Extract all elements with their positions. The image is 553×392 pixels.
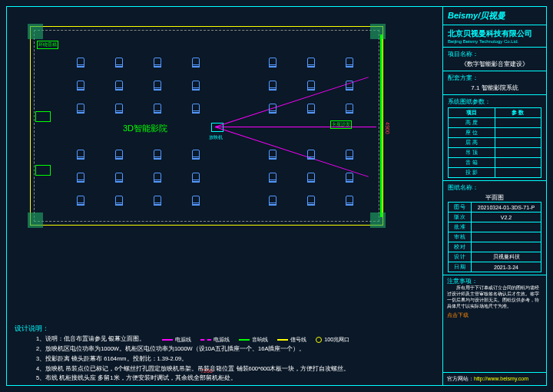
company-name-cn: 北京贝视曼科技有限公司 [448,28,541,39]
floor-plan: 放映机 环绕音箱 卡座沙发 3D智能影院 rows:6 cols:7 [30,26,383,226]
notice-label: 注意事项： [447,278,542,285]
company-name-en: Beijing Beismy Technology Co.Ltd. [448,39,541,44]
seat-icon [269,173,276,182]
note-line: 3、投影距离 镜头距幕布 6164mm。投射比：1.39-2.09。 [15,354,435,364]
seat-icon [77,196,84,205]
logo: Beismy/贝视曼 [448,10,541,21]
seat-icon [307,104,315,113]
room-label: 3D智能影院 [123,123,167,134]
note-line: 4、放映机 吊装点位已标记，6个螺丝打孔固定放映机吊架。吊装音箱位置 铺装600… [15,364,435,374]
seat-icon [77,58,84,67]
notice-text: 所有用于下订单或订立合同的图纸均需经过设计师及主管审核签名确认后才生效。签字一切… [447,285,542,309]
params-table: 项目参 数 高 度 座 位 层 高 吊 顶 音 箱 投 影 [448,107,541,178]
project-title-value: 《数字智能影音室建设》 [448,60,541,68]
footer: 官方网站：http://www.beismy.com [443,372,546,385]
seat-icon [346,196,353,205]
seat-icon [154,150,161,159]
seat-icon [115,104,123,113]
seat-icon [192,81,200,90]
seat-icon [269,58,276,67]
seat-icon [192,196,200,205]
seat-icon [269,196,276,205]
seat-icon [77,104,84,113]
projector-label: 放映机 [209,134,223,141]
scheme-label: 配套方案： [448,74,541,82]
params-label: 系统图纸参数： [448,97,541,106]
seat-icon [192,173,200,182]
download-link[interactable]: 点击下载 [447,311,469,318]
scheme-value: 7.1 智能影院系统 [448,84,541,92]
seat-icon [77,81,84,90]
seat-icon [307,81,315,90]
seat-icon [269,104,276,113]
seat-icon [307,58,315,67]
seat-icon [192,150,200,159]
seat-icon [154,104,161,113]
note-line: 1、说明：低音布置请参见 银幕立面图。 [36,335,145,342]
screen-wall [380,35,382,217]
seat-icon [154,58,161,67]
seat-icon [346,81,353,90]
seat-icon [115,173,123,182]
seat-icon [269,150,276,159]
drawing-frame: 放映机 环绕音箱 卡座沙发 3D智能影院 rows:6 cols:7 7200 … [6,6,547,386]
title-block: Beismy/贝视曼 北京贝视曼科技有限公司 Beijing Beismy Te… [442,7,546,385]
website-link[interactable]: http://www.beismy.com [474,376,528,381]
info-table: 图 号20210324-01-3DS-71-P 版 次V2.2 批 准 审 核 … [448,202,541,272]
seat-icon [307,196,315,205]
equipment-icon [35,165,51,176]
tag-surround: 环绕音箱 [37,41,58,49]
seat-icon [346,150,353,159]
seat-icon [346,58,353,67]
project-title-label: 项目名称： [448,50,541,58]
seat-icon [346,173,353,182]
seat-icon [154,81,161,90]
seat-icon [307,173,315,182]
note-line: 2、放映机区电位功率为1000W。机柜区电位功率为1000W（设10A五孔插座一… [15,344,435,354]
equipment-icon [35,111,51,122]
seat-icon [77,150,84,159]
seat-icon [192,58,200,67]
drawname-value: 平面图 [448,193,541,202]
seat-icon [269,81,276,90]
seat-icon [115,81,123,90]
seat-icon [307,150,315,159]
dimension-height: 4900 [385,122,390,134]
column-icon [28,212,43,228]
column-icon [370,212,386,228]
seat-icon [154,173,161,182]
drawing-canvas: 放映机 环绕音箱 卡座沙发 3D智能影院 rows:6 cols:7 7200 … [7,7,442,385]
seat-icon [154,196,161,205]
drawname-label: 图纸名称： [448,183,541,192]
seat-icon [115,150,123,159]
seat-icon [192,104,200,113]
design-notes: 设计说明： 1、说明：低音布置请参见 银幕立面图。 电源线 电源线 音响线 信号… [15,323,435,384]
seat-icon [115,58,123,67]
column-icon [28,24,43,39]
projection-ray [215,127,376,127]
tag-sofa: 卡座沙发 [330,120,352,129]
seat-icon [115,196,123,205]
note-line: 5、布线 机柜接线头应 多留1米，方便安装时调试，其余线全部留机柜处。 [15,374,435,384]
seat-icon [77,173,84,182]
seat-icon [346,104,353,113]
notes-heading: 设计说明： [15,323,435,334]
column-icon [370,24,386,39]
legend: 电源线 电源线 音响线 信号线 100兆网口 [162,335,349,344]
